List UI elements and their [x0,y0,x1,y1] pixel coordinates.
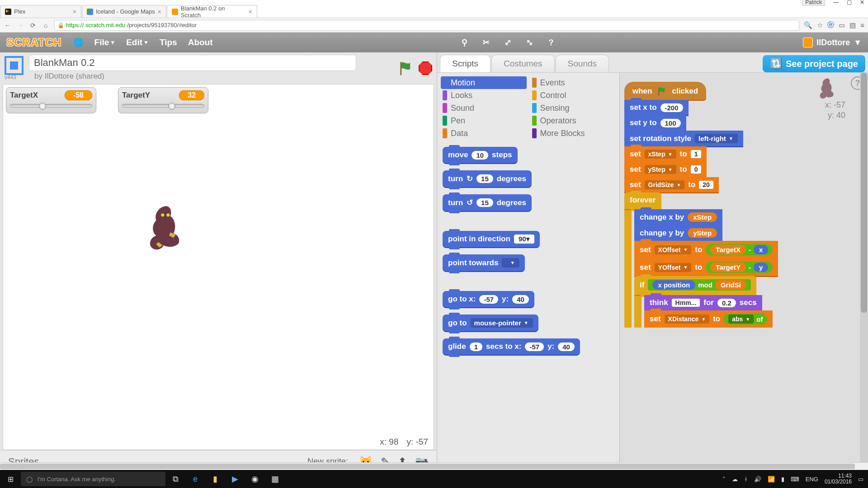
category-sensing[interactable]: Sensing [530,102,616,114]
bookmark-icon[interactable]: ☆ [817,21,823,29]
block-goto-xy[interactable]: go to x:-57y:40 [443,291,534,307]
tray-bluetooth-icon[interactable]: ᚼ [744,476,748,483]
block-palette[interactable]: move10steps turn↻15degrees turn↺15degree… [437,141,619,473]
canvas-vscroll[interactable] [860,73,868,473]
tab-close-icon[interactable]: × [158,8,161,15]
block-set-xstep[interactable]: setxStepto1 [624,146,707,162]
scissors-icon[interactable]: ✂ [481,37,491,48]
category-moreblocks[interactable]: More Blocks [530,127,616,140]
tray-battery-icon[interactable]: ▮ [781,476,784,483]
user-menu[interactable]: IlDottore ▼ [803,38,862,47]
tab-scripts[interactable]: Scripts [440,55,491,72]
block-set-ystep[interactable]: setyStepto0 [624,162,707,177]
tray-clock[interactable]: 11:4301/03/2016 [825,473,852,485]
stop-button[interactable] [419,61,432,75]
block-forever[interactable]: forever [624,192,661,209]
taskbar-store-icon[interactable]: ▶ [225,474,245,484]
category-events[interactable]: Events [530,76,616,89]
block-set-xdistance[interactable]: setXDistanceto abs of [644,310,773,328]
block-set-y[interactable]: set y to100 [624,115,686,131]
block-move-steps[interactable]: move10steps [443,147,518,163]
nav-home[interactable]: ⌂ [42,22,50,29]
chrome-menu-icon[interactable]: ≡ [860,21,864,29]
taskbar-edge-icon[interactable]: e [185,474,205,484]
block-point-towards[interactable]: point towards [443,254,525,271]
start-button[interactable]: ⊞ [0,475,21,483]
tray-network-icon[interactable]: 📶 [768,476,775,483]
tray-chevron-icon[interactable]: ˄ [722,476,726,483]
scratch-logo[interactable]: SCRATCH [6,36,62,49]
block-set-xoffset[interactable]: setXOffsetto TargetX - x [634,241,778,258]
url-field[interactable]: 🔒 https://scratch.mit.edu/projects/95193… [54,20,799,31]
ext-clip-icon[interactable]: ▭ [839,21,845,29]
tab-scratch[interactable]: BlankMan 0.2 on Scratch × [167,5,257,18]
category-control[interactable]: Control [530,89,616,102]
block-turn-ccw[interactable]: turn↺15degrees [443,194,532,211]
tray-notifications-icon[interactable]: ▭ [858,476,863,483]
help-icon[interactable]: ？ [546,37,557,48]
grow-icon[interactable]: ⤢ [502,37,513,48]
block-when-flag-clicked[interactable]: when clicked [624,82,706,100]
tab-plex[interactable]: Plex × [0,5,81,18]
tab-close-icon[interactable]: × [249,8,252,15]
tab-costumes[interactable]: Costumes [491,55,555,72]
monitor-slider[interactable] [10,104,92,108]
category-data[interactable]: Data [441,127,527,140]
category-motion[interactable]: Motion [441,76,527,89]
ext-ie-icon[interactable]: ⓔ [827,21,834,29]
page-hscroll[interactable] [0,462,868,470]
zoom-icon[interactable]: 🔍 [804,21,812,29]
nav-reload[interactable]: ⟳ [29,22,37,29]
block-change-y[interactable]: change y byyStep [634,225,722,241]
globe-icon[interactable]: 🌐 [73,37,84,48]
block-point-direction[interactable]: point in direction90▾ [443,231,540,247]
tray-lang[interactable]: ENG [806,476,818,483]
shrink-icon[interactable]: ⤡ [524,37,535,48]
cortana-search[interactable]: ◯ I'm Cortana. Ask me anything. [21,472,165,486]
category-looks[interactable]: Looks [441,89,527,102]
menu-edit[interactable]: Edit▼ [126,38,149,47]
menu-tips[interactable]: Tips [160,38,177,47]
category-operators[interactable]: Operators [530,114,616,127]
block-set-gridsize[interactable]: setGridSizeto20 [624,177,719,192]
menu-about[interactable]: About [188,38,213,47]
taskbar-app-icon[interactable]: ▦ [265,474,285,484]
stage[interactable]: TargetX -58 TargetY 32 [3,84,434,450]
green-flag-button[interactable] [398,61,413,76]
stamp-icon[interactable]: ⚲ [459,37,470,48]
taskbar-explorer-icon[interactable]: ▮ [205,474,225,484]
task-view-icon[interactable]: ⧉ [165,474,185,484]
block-set-x[interactable]: set x to-200 [624,100,689,115]
win-close[interactable]: ✕ [860,0,864,5]
see-project-page-button[interactable]: 🔃 See project page [763,55,865,72]
tab-gmaps[interactable]: Iceland - Google Maps × [82,5,166,18]
ext-note-icon[interactable]: ▤ [849,21,856,29]
category-pen[interactable]: Pen [441,114,527,127]
tray-onedrive-icon[interactable]: ☁ [732,476,738,483]
tray-volume-icon[interactable]: 🔊 [754,476,761,483]
block-set-rotation[interactable]: set rotation styleleft-right [624,131,743,146]
block-turn-cw[interactable]: turn↻15degrees [443,170,532,187]
block-change-x[interactable]: change x byxStep [634,209,722,225]
block-set-yoffset[interactable]: setYOffsetto TargetY - y [634,258,778,276]
project-title-input[interactable] [29,55,356,71]
variable-monitor-targety[interactable]: TargetY 32 [118,87,208,113]
script-canvas[interactable]: ? x: -57y: 40 when clicked set x to-200 … [620,73,868,473]
category-sound[interactable]: Sound [441,102,527,114]
tray-keyboard-icon[interactable]: ⌨ [791,476,799,483]
sprite-on-stage[interactable] [139,202,193,265]
block-goto[interactable]: go tomouse-pointer [443,314,538,331]
tab-close-icon[interactable]: × [73,8,76,15]
nav-forward[interactable]: → [16,22,24,29]
variable-monitor-targetx[interactable]: TargetX -58 [6,87,96,113]
win-maximize[interactable]: ▢ [847,0,852,5]
nav-back[interactable]: ← [4,22,12,29]
block-glide[interactable]: glide1secs to x:-57y:40 [443,338,580,355]
block-think[interactable]: thinkHmm...for0.2secs [644,295,762,310]
monitor-slider[interactable] [122,104,204,108]
block-if[interactable]: if x position mod GridSi [634,276,756,295]
win-minimize[interactable]: — [833,0,839,5]
menu-file[interactable]: File▼ [94,38,116,47]
fullscreen-icon[interactable] [5,56,24,75]
tab-sounds[interactable]: Sounds [556,55,609,72]
